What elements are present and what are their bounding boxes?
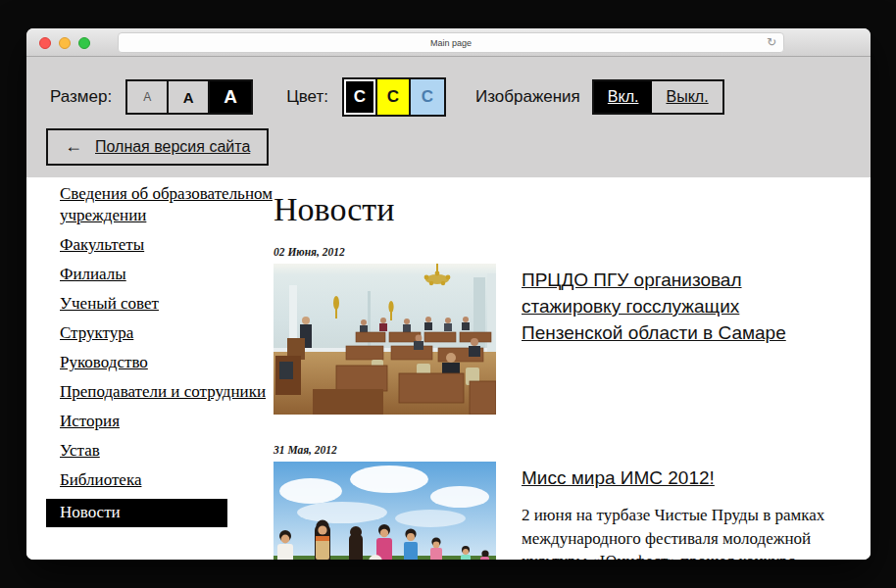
full-site-version-button[interactable]: ← Полная версия сайта (46, 128, 269, 166)
font-size-medium-button[interactable]: A (169, 81, 210, 113)
images-off-button[interactable]: Выкл. (652, 81, 722, 113)
sidebar-item-novosti-active[interactable]: Новости (46, 499, 227, 527)
font-size-label: Размер: (50, 87, 112, 107)
browser-window: Main page ↻ Размер: A A A Цвет: C C C Из… (26, 28, 871, 560)
sidebar-item-ustav[interactable]: Устав (60, 440, 274, 462)
images-toggle-group: Вкл. Выкл. (592, 79, 724, 115)
color-scheme-group: C C C (342, 77, 446, 117)
sidebar-item-biblioteka[interactable]: Библиотека (60, 469, 274, 491)
sidebar-item-fakultety[interactable]: Факультеты (60, 234, 274, 256)
article-date: 02 Июня, 2012 (274, 246, 843, 258)
sidebar-item-filialy[interactable]: Филиалы (60, 264, 274, 285)
color-blue-button[interactable]: C (411, 79, 444, 115)
color-yellow-button[interactable]: C (377, 79, 411, 115)
sidebar-item-ucheny-sovet[interactable]: Ученый совет (60, 293, 274, 315)
article-body-text: 2 июня на турбазе Чистые Пруды в рамках … (522, 504, 842, 560)
article-title-link[interactable]: Мисс мира ИМС 2012! (522, 467, 715, 488)
sidebar-item-istoriya[interactable]: История (60, 411, 274, 432)
sidebar-item-prepodavateli[interactable]: Преподаватели и сотрудники (60, 381, 274, 403)
accessibility-toolbar: Размер: A A A Цвет: C C C Изображения Вк… (26, 57, 871, 177)
font-size-small-button[interactable]: A (127, 81, 169, 113)
page-title: Main page (430, 38, 472, 48)
full-site-version-label: Полная версия сайта (95, 138, 250, 156)
font-size-group: A A A (125, 79, 253, 115)
news-article: 31 Мая, 2012 (274, 444, 843, 560)
back-arrow-icon: ← (65, 136, 82, 157)
article-photo-outdoor-festival[interactable] (274, 462, 496, 560)
sidebar-nav: Сведения об образовательном учреждении Ф… (26, 177, 274, 560)
page-content: Сведения об образовательном учреждении Ф… (26, 177, 871, 560)
images-on-button[interactable]: Вкл. (594, 81, 653, 113)
font-size-large-button[interactable]: A (210, 81, 251, 113)
zoom-button[interactable] (78, 37, 90, 49)
sidebar-item-rukovodstvo[interactable]: Руководство (60, 352, 274, 373)
sidebar-item-svedeniya[interactable]: Сведения об образовательном учреждении (60, 183, 274, 226)
color-scheme-label: Цвет: (286, 87, 328, 107)
address-bar[interactable]: Main page ↻ (118, 32, 784, 53)
news-article: 02 Июня, 2012 (274, 246, 843, 415)
browser-titlebar: Main page ↻ (26, 28, 871, 57)
article-photo-meeting-room[interactable] (274, 264, 496, 415)
minimize-button[interactable] (59, 37, 71, 49)
images-toggle-label: Изображения (475, 87, 580, 107)
news-main: Новости 02 Июня, 2012 (274, 177, 871, 560)
close-button[interactable] (39, 37, 51, 49)
toolbar-controls-row: Размер: A A A Цвет: C C C Изображения Вк… (50, 77, 724, 117)
window-controls (39, 37, 90, 49)
article-date: 31 Мая, 2012 (274, 444, 843, 456)
color-black-button[interactable]: C (344, 79, 377, 115)
news-heading: Новости (274, 191, 843, 228)
article-title-link[interactable]: ПРЦДО ПГУ организовал стажировку госслуж… (522, 270, 786, 343)
reload-icon[interactable]: ↻ (767, 35, 776, 49)
sidebar-item-struktura[interactable]: Структура (60, 322, 274, 344)
